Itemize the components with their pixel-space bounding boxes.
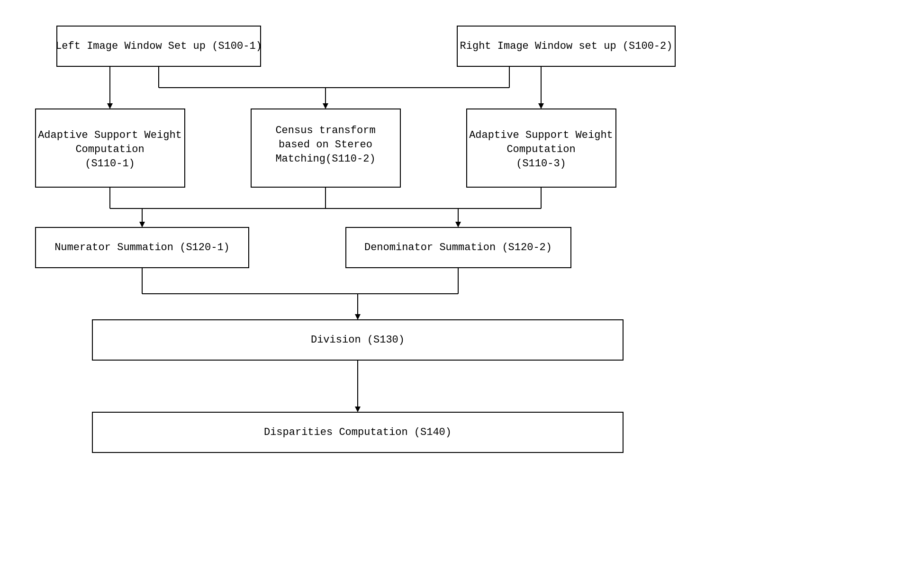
label-s140: Disparities Computation (S140)	[264, 426, 452, 438]
label-s110-2c: Matching(S110-2)	[275, 153, 375, 165]
label-s100-1: Left Image Window Set up (S100-1)	[55, 40, 262, 52]
label-s120-2: Denominator Summation (S120-2)	[364, 242, 552, 253]
label-s130: Division (S130)	[311, 334, 405, 346]
arrowhead-s120-1	[355, 314, 361, 320]
label-s120-1: Numerator Summation (S120-1)	[54, 242, 230, 253]
arrowhead-s100-2-right	[538, 103, 544, 109]
arrowhead-s130	[355, 407, 361, 412]
arrowhead-s100-1-left	[107, 103, 113, 109]
arrowhead-s110-1	[139, 222, 145, 227]
flowchart-diagram: Left Image Window Set up (S100-1) Right …	[0, 0, 904, 588]
arrowhead-s110-2-right	[455, 222, 461, 227]
label-s110-1c: (S110-1)	[85, 158, 135, 170]
label-s110-1: Adaptive Support Weight	[38, 129, 182, 141]
label-s110-2b: based on Stereo	[279, 139, 372, 151]
arrowhead-s100-1-right	[323, 103, 328, 109]
label-s110-1b: Computation	[75, 144, 144, 155]
label-s110-2a: Census transform	[275, 125, 375, 136]
label-s100-2: Right Image Window set up (S100-2)	[460, 40, 673, 52]
label-s110-3c: (S110-3)	[516, 158, 566, 170]
label-s110-3a: Adaptive Support Weight	[469, 129, 613, 141]
label-s110-3b: Computation	[506, 144, 575, 155]
